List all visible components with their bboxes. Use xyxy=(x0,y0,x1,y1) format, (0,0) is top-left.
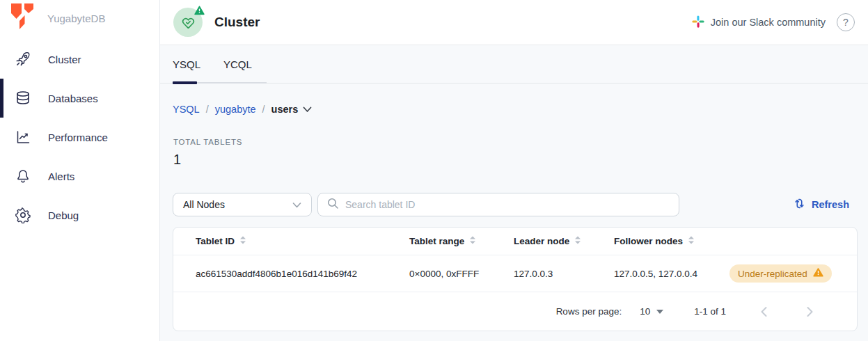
breadcrumb-separator: / xyxy=(262,104,265,115)
column-header-leader-node[interactable]: Leader node xyxy=(514,236,614,246)
total-tablets-stat: TOTAL TABLETS 1 xyxy=(173,138,868,168)
tab-ysql[interactable]: YSQL xyxy=(173,45,200,83)
table-header-row: Tablet ID Tablet range Leader node Follo… xyxy=(173,228,857,255)
slack-link-label: Join our Slack community xyxy=(711,17,826,28)
cell-leader-node: 127.0.0.3 xyxy=(514,269,614,279)
page-title: Cluster xyxy=(214,15,260,30)
breadcrumb: YSQL / yugabyte / users xyxy=(173,104,868,115)
breadcrumb-current-table-dropdown[interactable]: users xyxy=(271,104,313,115)
brand-label: YugabyteDB xyxy=(47,13,105,24)
cell-tablet-id: ac661530addf4806b1e016d141b69f42 xyxy=(196,269,409,279)
rows-per-page-select[interactable]: 10 xyxy=(640,306,663,317)
gear-icon xyxy=(15,207,31,223)
search-input[interactable] xyxy=(345,199,670,210)
sort-icon xyxy=(469,236,476,246)
column-header-tablet-range[interactable]: Tablet range xyxy=(409,236,514,246)
sort-icon xyxy=(239,236,246,246)
stat-label: TOTAL TABLETS xyxy=(173,138,868,146)
sidebar-item-label: Performance xyxy=(48,132,108,143)
warning-triangle-icon xyxy=(813,268,823,279)
refresh-button[interactable]: Refresh xyxy=(793,197,849,212)
cluster-health-icon xyxy=(173,8,203,37)
database-icon xyxy=(15,90,31,106)
rows-per-page-label: Rows per page: xyxy=(556,306,622,317)
table-controls: All Nodes Refresh xyxy=(173,193,849,216)
yugabytedb-logo-icon xyxy=(10,3,35,33)
brand-row[interactable]: YugabyteDB xyxy=(0,0,159,36)
active-tab-indicator xyxy=(173,81,197,84)
breadcrumb-link-ysql[interactable]: YSQL xyxy=(173,104,200,115)
dropdown-arrow-icon xyxy=(656,310,663,314)
column-label: Leader node xyxy=(514,236,569,246)
status-badge: Under-replicated xyxy=(729,264,832,283)
column-header-follower-nodes[interactable]: Follower nodes xyxy=(614,236,729,246)
node-filter-value: All Nodes xyxy=(183,199,225,210)
slack-community-link[interactable]: Join our Slack community xyxy=(692,15,826,30)
chevron-down-icon xyxy=(303,104,312,115)
slack-icon xyxy=(692,15,704,30)
node-filter-select[interactable]: All Nodes xyxy=(173,193,312,216)
performance-chart-icon xyxy=(15,129,31,145)
next-page-button[interactable] xyxy=(801,303,818,320)
tab-label: YCQL xyxy=(223,58,252,70)
tab-ycql[interactable]: YCQL xyxy=(223,45,252,83)
column-header-tablet-id[interactable]: Tablet ID xyxy=(196,236,409,246)
api-tabbar: YSQL YCQL xyxy=(160,45,868,84)
rows-per-page-value: 10 xyxy=(640,306,650,317)
column-label: Tablet ID xyxy=(196,236,235,246)
tab-label: YSQL xyxy=(173,58,200,70)
question-mark-icon: ? xyxy=(843,17,849,28)
tablets-table-card: Tablet ID Tablet range Leader node Follo… xyxy=(173,227,858,331)
sidebar: YugabyteDB Cluster Databases xyxy=(0,0,160,341)
tablet-search-box xyxy=(317,193,679,216)
cell-tablet-range: 0×0000, 0xFFFF xyxy=(409,269,514,279)
sidebar-item-debug[interactable]: Debug xyxy=(0,196,159,235)
sidebar-item-label: Databases xyxy=(48,93,98,104)
sidebar-item-label: Alerts xyxy=(48,170,74,182)
pagination-range-label: 1-1 of 1 xyxy=(694,306,726,317)
cell-follower-nodes: 127.0.0.5, 127.0.0.4 xyxy=(614,269,729,279)
rocket-icon xyxy=(15,51,31,68)
refresh-label: Refresh xyxy=(812,199,849,210)
previous-page-button[interactable] xyxy=(755,303,772,320)
sort-icon xyxy=(574,236,581,246)
breadcrumb-current-label: users xyxy=(271,104,299,115)
sidebar-item-performance[interactable]: Performance xyxy=(0,118,159,157)
main-area: Cluster Join our Slack community ? Y xyxy=(160,0,868,341)
bell-icon xyxy=(15,168,31,184)
sidebar-item-label: Cluster xyxy=(48,54,81,65)
breadcrumb-separator: / xyxy=(206,104,209,115)
chevron-down-icon xyxy=(292,199,301,210)
column-label: Follower nodes xyxy=(614,236,683,246)
sidebar-item-label: Debug xyxy=(48,209,79,221)
status-badge-label: Under-replicated xyxy=(738,269,807,279)
table-row[interactable]: ac661530addf4806b1e016d141b69f42 0×0000,… xyxy=(173,255,857,292)
search-icon xyxy=(326,197,339,212)
topbar-right: Join our Slack community ? xyxy=(692,13,855,31)
sidebar-item-databases[interactable]: Databases xyxy=(0,79,159,118)
sidebar-item-alerts[interactable]: Alerts xyxy=(0,157,159,196)
refresh-icon xyxy=(793,197,806,212)
page-header: Cluster Join our Slack community ? xyxy=(160,0,868,45)
help-button[interactable]: ? xyxy=(837,13,855,31)
column-label: Tablet range xyxy=(409,236,464,246)
health-warning-badge-icon xyxy=(194,6,205,18)
sidebar-nav: Cluster Databases Performance xyxy=(0,40,159,235)
sort-icon xyxy=(688,236,695,246)
pagination-bar: Rows per page: 10 1-1 of 1 xyxy=(173,292,857,331)
sidebar-item-cluster[interactable]: Cluster xyxy=(0,40,159,79)
stat-value: 1 xyxy=(173,152,868,168)
breadcrumb-link-yugabyte[interactable]: yugabyte xyxy=(215,104,256,115)
